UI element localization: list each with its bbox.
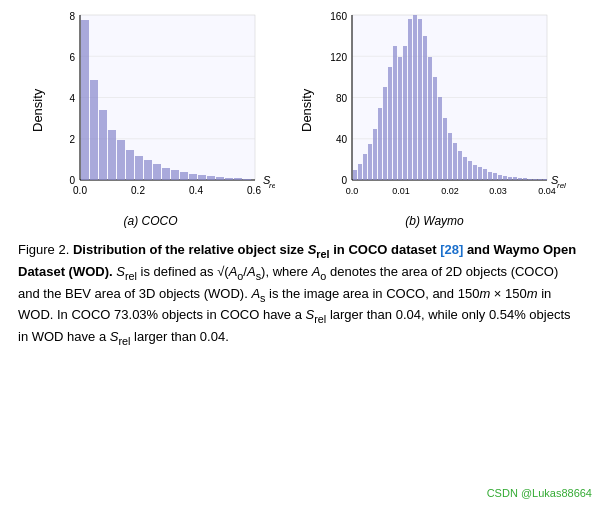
svg-rect-77 <box>468 161 472 180</box>
svg-text:rel: rel <box>557 181 566 190</box>
svg-rect-27 <box>171 170 179 180</box>
svg-text:0.0: 0.0 <box>73 185 87 196</box>
svg-text:4: 4 <box>69 93 75 104</box>
svg-rect-21 <box>117 140 125 180</box>
svg-rect-74 <box>453 143 457 180</box>
watermark: CSDN @Lukas88664 <box>487 487 592 499</box>
svg-rect-75 <box>458 151 462 180</box>
svg-text:0.03: 0.03 <box>489 186 507 196</box>
figure-caption: Figure 2. Distribution of the relative o… <box>10 240 590 349</box>
chart-coco-wrapper: Density 8 <box>26 10 275 228</box>
svg-rect-70 <box>433 77 437 180</box>
coco-chart-with-axes: 8 6 4 2 0 0.0 0.2 0.4 0.6 S rel <box>45 10 275 210</box>
svg-rect-26 <box>162 168 170 180</box>
svg-rect-54 <box>353 170 357 180</box>
svg-rect-33 <box>225 178 233 180</box>
svg-rect-18 <box>90 80 98 180</box>
svg-rect-73 <box>448 133 452 180</box>
svg-rect-59 <box>378 108 382 180</box>
svg-text:0.04: 0.04 <box>538 186 556 196</box>
svg-text:40: 40 <box>336 134 348 145</box>
svg-rect-76 <box>463 157 467 180</box>
waymo-y-label: Density <box>295 10 314 210</box>
svg-text:0.6: 0.6 <box>247 185 261 196</box>
svg-rect-72 <box>443 118 447 180</box>
chart-waymo-wrapper: Density <box>295 10 574 228</box>
svg-text:6: 6 <box>69 52 75 63</box>
svg-rect-22 <box>126 150 134 180</box>
svg-rect-65 <box>408 19 412 180</box>
svg-rect-17 <box>81 20 89 180</box>
svg-rect-19 <box>99 110 107 180</box>
charts-row: Density 8 <box>10 10 590 228</box>
waymo-svg: 160 120 80 40 0 0.0 0.01 0.02 0.03 0.04 <box>314 10 574 210</box>
waymo-caption: (b) Waymo <box>405 214 463 228</box>
svg-text:0.4: 0.4 <box>189 185 203 196</box>
svg-rect-91 <box>538 179 542 180</box>
svg-text:8: 8 <box>69 11 75 22</box>
svg-rect-63 <box>398 57 402 180</box>
svg-rect-79 <box>478 167 482 180</box>
svg-rect-34 <box>234 178 242 180</box>
svg-rect-30 <box>198 175 206 180</box>
svg-rect-23 <box>135 156 143 180</box>
figure-caption-bold: Distribution of the relative object size… <box>18 242 576 279</box>
svg-rect-88 <box>523 178 527 180</box>
svg-rect-80 <box>483 169 487 180</box>
coco-caption: (a) COCO <box>124 214 178 228</box>
svg-rect-83 <box>498 175 502 180</box>
svg-text:160: 160 <box>330 11 347 22</box>
svg-rect-62 <box>393 46 397 180</box>
svg-rect-57 <box>368 144 372 180</box>
svg-text:rel: rel <box>269 181 275 190</box>
svg-rect-35 <box>243 179 251 180</box>
svg-text:0: 0 <box>341 175 347 186</box>
svg-rect-69 <box>428 57 432 180</box>
svg-rect-55 <box>358 164 362 180</box>
svg-rect-20 <box>108 130 116 180</box>
svg-rect-71 <box>438 97 442 180</box>
svg-rect-60 <box>383 87 387 180</box>
svg-rect-28 <box>180 172 188 180</box>
svg-text:0.2: 0.2 <box>131 185 145 196</box>
svg-rect-66 <box>413 15 417 180</box>
figure-container: Density 8 <box>10 10 590 349</box>
figure-label: Figure 2. <box>18 242 73 257</box>
svg-text:80: 80 <box>336 93 348 104</box>
svg-rect-68 <box>423 36 427 180</box>
coco-svg: 8 6 4 2 0 0.0 0.2 0.4 0.6 S rel <box>45 10 275 210</box>
svg-rect-89 <box>528 179 532 180</box>
svg-rect-56 <box>363 154 367 180</box>
svg-rect-85 <box>508 177 512 180</box>
svg-rect-90 <box>533 179 537 180</box>
svg-rect-24 <box>144 160 152 180</box>
svg-rect-78 <box>473 165 477 180</box>
svg-rect-25 <box>153 164 161 180</box>
svg-rect-32 <box>216 177 224 180</box>
svg-text:0.02: 0.02 <box>441 186 459 196</box>
svg-rect-81 <box>488 172 492 180</box>
svg-rect-67 <box>418 19 422 180</box>
svg-text:0.01: 0.01 <box>392 186 410 196</box>
svg-rect-29 <box>189 174 197 180</box>
svg-rect-92 <box>543 179 547 180</box>
chart-coco-area: Density 8 <box>26 10 275 210</box>
svg-rect-86 <box>513 177 517 180</box>
svg-text:2: 2 <box>69 134 75 145</box>
coco-y-label: Density <box>26 10 45 210</box>
svg-rect-64 <box>403 46 407 180</box>
chart-waymo-area: Density <box>295 10 574 210</box>
svg-rect-61 <box>388 67 392 180</box>
svg-rect-87 <box>518 178 522 180</box>
svg-text:120: 120 <box>330 52 347 63</box>
svg-rect-31 <box>207 176 215 180</box>
svg-rect-82 <box>493 173 497 180</box>
svg-text:0.0: 0.0 <box>346 186 359 196</box>
svg-rect-84 <box>503 176 507 180</box>
waymo-chart-with-axes: 160 120 80 40 0 0.0 0.01 0.02 0.03 0.04 <box>314 10 574 210</box>
svg-rect-58 <box>373 129 377 180</box>
